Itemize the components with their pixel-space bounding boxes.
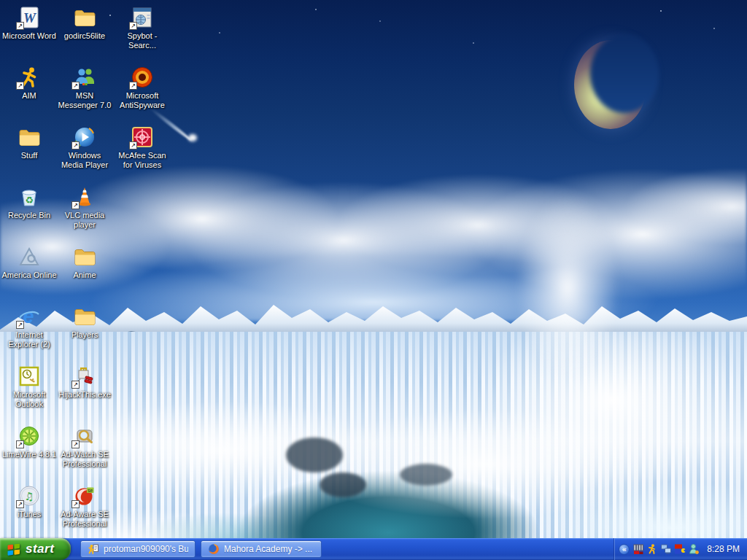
adaware-icon: se↗ <box>73 484 96 508</box>
desktop-icon-label: Internet Explorer (2) <box>1 330 57 349</box>
desktop-icon-label: Windows Media Player <box>57 151 112 170</box>
word-icon: W↗ <box>18 6 41 29</box>
desktop-icon-label: Spybot - Searc... <box>115 31 170 50</box>
shortcut-arrow-icon: ↗ <box>71 440 80 448</box>
desktop[interactable]: W↗Microsoft Word↗AIMStuff♻Recycle BinAme… <box>0 0 747 560</box>
desktop-icon-hijackthis-exe[interactable]: ↗HijackThis.exe <box>57 365 112 400</box>
desktop-icon-label: Microsoft AntiSpyware <box>115 91 170 110</box>
desktop-icon-label: Microsoft Outlook <box>1 390 57 409</box>
desktop-icon-ad-watch-se-professional[interactable]: ↗Ad-Watch SE Professional <box>57 424 112 469</box>
firefox-icon <box>208 543 220 555</box>
recycle-icon: ♻ <box>18 185 41 209</box>
task-label: protoman909090's Bu... <box>104 544 188 554</box>
desktop-icon-microsoft-outlook[interactable]: Microsoft Outlook <box>1 365 57 409</box>
desktop-icon-label: iTunes <box>18 510 42 519</box>
desktop-icon-label: Ad-Watch SE Professional <box>57 450 112 469</box>
folder-icon <box>73 305 96 328</box>
desktop-icon-ad-aware-se-professional[interactable]: se↗Ad-Aware SE Professional <box>57 484 112 529</box>
ie-icon: e↗ <box>18 305 41 328</box>
start-label: start <box>26 542 54 556</box>
desktop-icon-players[interactable]: Players <box>57 305 112 340</box>
itunes-icon: ♫↗ <box>18 484 41 508</box>
svg-text:♻: ♻ <box>25 195 34 206</box>
folder-icon <box>18 125 41 149</box>
aim-buddy-list-icon <box>88 543 99 555</box>
adwatch-icon: ↗ <box>73 424 96 448</box>
shortcut-arrow-icon: ↗ <box>71 500 80 508</box>
desktop-icon-msn-messenger-7-0[interactable]: ↗MSN Messenger 7.0 <box>57 66 112 110</box>
svg-text:♫: ♫ <box>24 490 34 503</box>
vlc-icon: ↗ <box>73 185 96 209</box>
desktop-icon-anime[interactable]: Anime <box>57 245 112 280</box>
desktop-icon-vlc-media-player[interactable]: ↗VLC media player <box>57 185 112 230</box>
desktop-icon-label: AIM <box>22 91 36 101</box>
desktop-icon-grid: W↗Microsoft Word↗AIMStuff♻Recycle BinAme… <box>0 0 747 560</box>
desktop-icon-godirc56lite[interactable]: godirc56lite <box>57 6 112 41</box>
desktop-icon-label: HijackThis.exe <box>58 390 111 400</box>
shortcut-arrow-icon: ↗ <box>71 381 80 389</box>
outlook-icon <box>18 365 41 388</box>
taskbar-task-mahora-academy[interactable]: Mahora Academy -> ... <box>201 540 322 558</box>
shortcut-arrow-icon: ↗ <box>16 321 24 329</box>
aim-running-man-tray-icon[interactable] <box>646 543 658 555</box>
taskbar: start protoman909090's Bu...Mahora Acade… <box>0 538 747 560</box>
desktop-icon-stuff[interactable]: Stuff <box>1 125 57 160</box>
folder-icon <box>73 245 96 268</box>
shortcut-arrow-icon: ↗ <box>16 82 24 90</box>
desktop-icon-label: MSN Messenger 7.0 <box>57 91 112 110</box>
mcafee-icon: ↗ <box>131 125 154 149</box>
desktop-icon-label: Stuff <box>21 151 37 160</box>
desktop-icon-label: Recycle Bin <box>8 211 50 220</box>
desktop-icon-label: VLC media player <box>57 211 112 230</box>
desktop-icon-itunes[interactable]: ♫↗iTunes <box>1 484 57 519</box>
shortcut-arrow-icon: ↗ <box>16 500 24 508</box>
spybot-icon: ↗ <box>131 6 154 29</box>
desktop-icon-label: Ad-Aware SE Professional <box>57 510 112 529</box>
shortcut-arrow-icon: ↗ <box>129 141 137 149</box>
desktop-icon-internet-explorer-2[interactable]: e↗Internet Explorer (2) <box>1 305 57 349</box>
limewire-icon: ↗ <box>18 424 41 448</box>
desktop-icon-label: America Online <box>1 271 56 280</box>
svg-text:W: W <box>23 10 36 26</box>
shortcut-arrow-icon: ↗ <box>71 201 80 209</box>
desktop-icon-label: godirc56lite <box>64 31 105 41</box>
taskbar-clock[interactable]: 8:28 PM <box>707 544 740 554</box>
taskbar-tasks: protoman909090's Bu...Mahora Academy -> … <box>80 540 322 558</box>
folder-icon <box>73 6 96 29</box>
desktop-icon-recycle-bin[interactable]: ♻Recycle Bin <box>1 185 57 220</box>
desktop-icon-label: McAfee Scan for Viruses <box>115 151 170 170</box>
red-blue-app-tray-icon[interactable] <box>674 543 686 555</box>
shortcut-arrow-icon: ↗ <box>16 440 24 448</box>
bars-red-app-tray-icon[interactable] <box>632 543 644 555</box>
desktop-icon-microsoft-word[interactable]: W↗Microsoft Word <box>1 6 57 41</box>
shortcut-arrow-icon: ↗ <box>16 22 24 30</box>
shortcut-arrow-icon: ↗ <box>71 82 80 90</box>
desktop-icon-windows-media-player[interactable]: ↗Windows Media Player <box>57 125 112 170</box>
shortcut-arrow-icon: ↗ <box>129 22 137 30</box>
shortcut-arrow-icon: ↗ <box>71 141 80 149</box>
wmp-icon: ↗ <box>73 125 96 149</box>
system-tray: « 8:28 PM <box>614 538 747 560</box>
svg-text:e: e <box>23 306 34 327</box>
desktop-icon-america-online[interactable]: America Online <box>1 245 57 280</box>
network-computers-tray-icon[interactable] <box>660 543 672 555</box>
msn-icon: ↗ <box>73 66 96 89</box>
desktop-icon-label: Anime <box>73 271 96 280</box>
desktop-icon-limewire-4-8-1[interactable]: ↗LimeWire 4.8.1 <box>1 424 57 459</box>
taskbar-task-protoman909090-s-bu[interactable]: protoman909090's Bu... <box>80 540 196 558</box>
desktop-icon-label: LimeWire 4.8.1 <box>2 450 56 459</box>
svg-text:se: se <box>88 488 93 493</box>
desktop-icon-microsoft-antispyware[interactable]: ↗Microsoft AntiSpyware <box>115 66 170 110</box>
aim-icon: ↗ <box>18 66 41 89</box>
person-status-tray-icon[interactable] <box>688 543 700 555</box>
desktop-icon-mcafee-scan-for-viruses[interactable]: ↗McAfee Scan for Viruses <box>115 125 170 170</box>
desktop-icon-label: Microsoft Word <box>2 31 56 41</box>
hide-icons-chevron-icon[interactable]: « <box>619 544 630 555</box>
desktop-icon-spybot-searc[interactable]: ↗Spybot - Searc... <box>115 6 170 50</box>
shortcut-arrow-icon: ↗ <box>129 82 137 90</box>
start-button[interactable]: start <box>0 538 71 560</box>
desktop-icon-aim[interactable]: ↗AIM <box>1 66 57 101</box>
hijackthis-icon: ↗ <box>73 365 96 388</box>
windows-flag-icon <box>7 542 21 556</box>
task-label: Mahora Academy -> ... <box>224 544 312 554</box>
